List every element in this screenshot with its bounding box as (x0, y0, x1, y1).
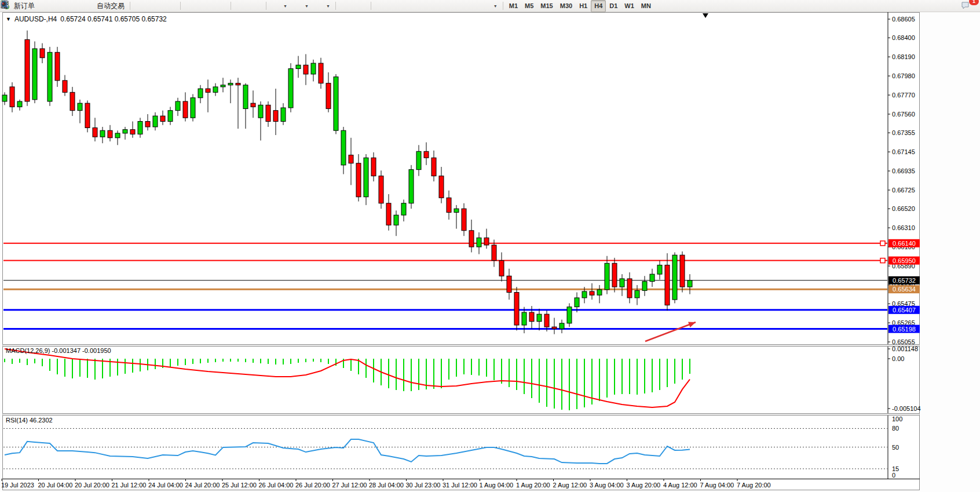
shapes-button[interactable]: ▼ (479, 0, 500, 12)
time-tick-label: 3 Aug 04:00 (590, 482, 624, 489)
clock-icon (293, 1, 302, 10)
price-tick-label: 0.66520 (892, 205, 915, 212)
auto-scroll-button[interactable] (233, 0, 248, 12)
timeframe-button-m5[interactable]: M5 (521, 0, 537, 12)
indicators-button[interactable]: ▼ (269, 0, 290, 12)
price-tick-label: 0.67355 (892, 129, 915, 136)
candle-body (514, 292, 519, 325)
candle-body (650, 274, 654, 282)
time-tick-label: 7 Aug 20:00 (737, 482, 771, 489)
timeframe-button-h4[interactable]: H4 (591, 0, 606, 12)
chevron-down-icon: ▼ (326, 4, 330, 8)
candle-body (40, 49, 45, 58)
text-button[interactable]: A (449, 0, 464, 12)
trendline-button[interactable] (404, 0, 419, 12)
toolbar-separator (266, 2, 266, 10)
auto-trading-button-label: 自动交易 (97, 1, 125, 11)
bar-chart-button[interactable] (133, 0, 148, 12)
zoom-in-button[interactable] (183, 0, 198, 12)
channel-button[interactable]: E (419, 0, 434, 12)
candle-body (394, 215, 398, 225)
timeframe-button-m30[interactable]: M30 (557, 0, 576, 12)
line-chart-button[interactable] (163, 0, 178, 12)
notification-badge: 1 (969, 0, 979, 5)
tile-windows-button[interactable] (213, 0, 228, 12)
candle-body (371, 158, 376, 176)
candle-body (183, 101, 188, 118)
time-tick-label: 28 Jul 04:00 (369, 482, 404, 489)
collapse-triangle-icon[interactable]: ▼ (6, 16, 11, 22)
price-label-text: 0.65950 (893, 257, 916, 264)
fibonacci-button[interactable]: F (434, 0, 449, 12)
rsi-axis-label: 100 (892, 416, 902, 422)
toolbar-separator (180, 2, 181, 10)
candle-body (416, 151, 421, 169)
vertical-line-button[interactable] (374, 0, 389, 12)
chevron-down-icon: ▼ (305, 4, 309, 8)
timeframe-button-d1[interactable]: D1 (606, 0, 621, 12)
candle-body (100, 130, 105, 137)
text-label-button[interactable]: T (464, 0, 479, 12)
price-tick-label: 0.67980 (892, 72, 915, 79)
crosshair-button[interactable] (353, 0, 368, 12)
time-tick-label: 26 Jul 04:00 (259, 482, 294, 489)
zoom-out-button[interactable] (198, 0, 213, 12)
timeframe-button-mn[interactable]: MN (638, 0, 654, 12)
candlestick-button[interactable] (148, 0, 163, 12)
timeframe-button-m1[interactable]: M1 (506, 0, 521, 12)
candle-body (70, 92, 75, 110)
styler-button[interactable] (38, 0, 53, 12)
time-tick-label: 21 Jul 12:00 (112, 482, 147, 489)
search-button[interactable] (939, 0, 955, 12)
horizontal-line-icon (392, 1, 401, 10)
candle-body (160, 116, 165, 121)
candle-body (590, 291, 594, 295)
candle-body (349, 155, 353, 163)
community-button[interactable] (53, 0, 68, 12)
candle-body (243, 85, 248, 109)
candle-body (334, 77, 338, 131)
candle-body (221, 85, 225, 87)
price-tick-label: 0.68400 (892, 34, 915, 41)
candle-body (657, 265, 662, 274)
zoom-in-icon (186, 1, 195, 10)
candle-body (605, 263, 609, 290)
candle-body (439, 176, 444, 198)
candle-body (597, 290, 602, 295)
notifications-button[interactable]: 1 (960, 0, 975, 12)
time-tick-label: 1 Aug 20:00 (516, 482, 550, 489)
profile-icon (56, 1, 65, 10)
toolbar-separator (371, 2, 371, 10)
zoom-out-icon (201, 1, 210, 10)
timeframe-button-m15[interactable]: M15 (537, 0, 556, 12)
rsi-axis-label: 0 (892, 472, 895, 479)
chart-shift-button[interactable] (248, 0, 264, 12)
macd-axis-label: 0.001148 (892, 345, 918, 352)
candle-body (258, 105, 263, 118)
candle-body (2, 95, 7, 101)
timeframe-button-w1[interactable]: W1 (621, 0, 638, 12)
signals-button[interactable] (68, 0, 83, 12)
price-tick-label: 0.66935 (892, 167, 915, 174)
cursor-button[interactable] (338, 0, 353, 12)
candle-body (492, 245, 496, 261)
price-label-text: 0.66140 (893, 240, 916, 247)
chart-shift-icon (251, 1, 261, 10)
price-label-text: 0.65198 (893, 326, 916, 333)
candle-body (627, 279, 632, 298)
time-tick-label: 20 Jul 04:00 (38, 482, 73, 489)
chart-canvas[interactable]: 0.686050.684000.681900.679800.677700.675… (0, 0, 980, 492)
candle-body (296, 65, 301, 68)
periods-button[interactable]: ▼ (290, 0, 312, 12)
templates-button[interactable]: ▼ (312, 0, 333, 12)
tile-windows-icon (216, 1, 225, 10)
vertical-line-icon (376, 1, 386, 10)
horizontal-line-button[interactable] (389, 0, 404, 12)
candle-body (424, 151, 429, 158)
rsi-axis-label: 80 (892, 425, 899, 432)
candle-body (10, 87, 14, 107)
candle-body (560, 323, 564, 329)
timeframe-button-h1[interactable]: H1 (576, 0, 591, 12)
candle-body (447, 198, 451, 212)
auto-trading-button[interactable]: 自动交易 (83, 0, 127, 12)
